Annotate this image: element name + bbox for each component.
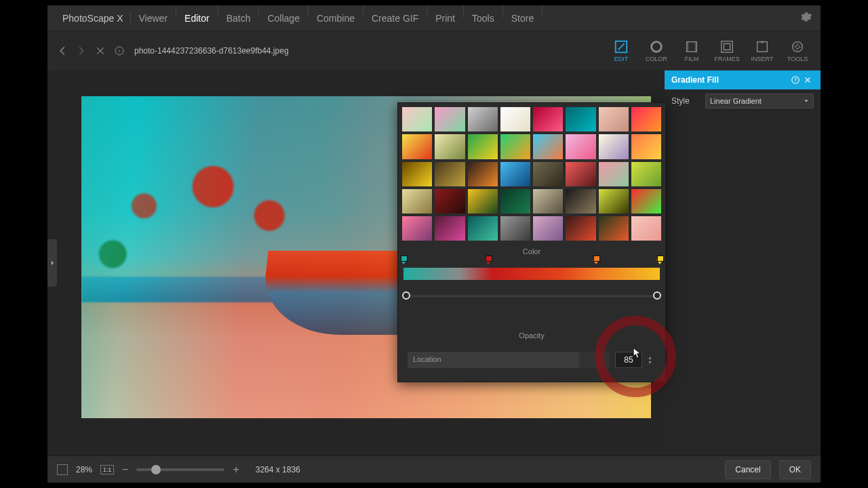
gradient-preset[interactable] [533,189,563,214]
tool-color[interactable]: COLOR [640,39,673,62]
back-button[interactable] [54,43,71,59]
gradient-preset[interactable] [566,134,595,159]
status-bar: 28% 1:1 − + 3264 x 1836 Cancel OK [47,455,821,483]
zoom-slider[interactable] [136,468,224,471]
zoom-knob[interactable] [151,465,161,474]
gradient-preset[interactable] [631,134,661,159]
gradient-preset[interactable] [599,107,629,131]
info-button[interactable]: i [111,43,127,59]
tab-store[interactable]: Store [503,5,542,31]
gradient-preset[interactable] [468,162,498,186]
zoom-in-button[interactable]: + [233,464,239,476]
gradient-preset[interactable] [435,216,465,241]
angle-handle-end[interactable] [653,291,661,300]
gradient-preset[interactable] [533,162,563,186]
tool-edit[interactable]: EDIT [605,39,637,62]
gradient-preset[interactable] [468,189,498,214]
gradient-preset[interactable] [566,189,595,214]
location-stepper[interactable]: ▲▼ [648,355,656,365]
gradient-stop[interactable] [656,260,663,268]
tab-collage[interactable]: Collage [259,5,307,31]
cancel-button[interactable]: Cancel [725,460,770,479]
settings-button[interactable] [799,10,812,26]
tool-toolstab[interactable]: TOOLS [781,39,814,62]
sidebar-toggle[interactable] [47,239,57,287]
location-row: Location 85 ▲▼ [402,352,661,368]
gradient-preset[interactable] [533,107,563,131]
gradient-preset[interactable] [599,134,629,159]
gradient-preset[interactable] [500,107,530,131]
svg-rect-7 [722,41,733,53]
style-select[interactable]: Linear Gradient [705,94,814,108]
tab-print[interactable]: Print [427,5,463,31]
top-nav: PhotoScape X ViewerEditorBatchCollageCom… [47,5,821,31]
gradient-preset[interactable] [435,189,465,214]
tab-tools[interactable]: Tools [464,5,502,31]
tab-editor[interactable]: Editor [176,5,218,31]
opacity-section-label: Opacity [402,331,661,340]
gradient-preset[interactable] [435,134,465,159]
gradient-preset[interactable] [566,107,595,131]
gradient-preset[interactable] [435,162,465,186]
zoom-100-button[interactable]: 1:1 [100,465,114,474]
forward-button[interactable] [73,43,90,59]
angle-handle-start[interactable] [402,291,410,300]
tool-insert[interactable]: INSERT [746,39,778,62]
tool-film[interactable]: FILM [675,39,708,62]
gradient-preset[interactable] [599,162,629,186]
panel-close-button[interactable] [802,74,814,86]
tab-combine[interactable]: Combine [309,5,363,31]
location-slider[interactable]: Location [408,352,610,368]
location-value-field[interactable]: 85 [615,352,642,368]
location-label: Location [413,355,441,363]
gradient-preset[interactable] [599,216,629,241]
gradient-preset[interactable] [402,189,432,214]
gradient-preset[interactable] [631,189,661,214]
gradient-preset[interactable] [402,107,432,131]
info-icon: i [114,45,125,56]
tab-batch[interactable]: Batch [218,5,259,31]
gradient-preset[interactable] [631,107,661,131]
tool-frames[interactable]: FRAMES [711,39,743,62]
angle-bar[interactable] [406,295,657,298]
gradient-preset[interactable] [402,162,432,186]
gradient-preset[interactable] [500,216,530,241]
gradient-preset[interactable] [500,189,530,214]
ok-button[interactable]: OK [779,460,811,479]
tab-viewer[interactable]: Viewer [131,5,176,31]
gradient-preset[interactable] [533,216,563,241]
compare-toggle[interactable] [57,464,68,475]
panel-help-button[interactable]: ? [789,74,802,86]
color-icon [649,39,664,54]
gradient-preset[interactable] [631,216,661,241]
gradient-stop[interactable] [593,260,599,268]
gradient-preset[interactable] [566,162,595,186]
gradient-preset[interactable] [468,216,498,241]
gradient-preset[interactable] [468,107,498,131]
toolbar: i photo-1444237236636-d7613ee9fb44.jpeg … [47,31,821,70]
frames-icon [719,39,734,54]
gradient-stop[interactable] [485,260,492,268]
gradient-bar[interactable] [403,268,660,280]
file-name: photo-1444237236636-d7613ee9fb44.jpeg [134,46,289,56]
main-area: Gradient Fill ? Style Linear Gradient Co… [47,70,821,455]
tab-create-gif[interactable]: Create GIF [363,5,427,31]
help-icon: ? [791,75,800,85]
gradient-preset[interactable] [402,134,432,159]
gradient-preset[interactable] [566,216,595,241]
gradient-preset[interactable] [468,134,498,159]
gradient-preset[interactable] [402,216,432,241]
gradient-preset[interactable] [435,107,465,131]
close-file-button[interactable] [92,43,108,59]
arrow-right-icon [75,45,87,57]
gradient-preset[interactable] [599,189,629,214]
zoom-out-button[interactable]: − [122,464,128,476]
gradient-preset[interactable] [500,162,530,186]
arrow-left-icon [56,45,68,57]
svg-rect-9 [757,42,768,52]
gradient-preset[interactable] [533,134,563,159]
close-icon [804,76,812,84]
gradient-preset[interactable] [500,134,530,159]
gradient-stop[interactable] [400,260,407,268]
gradient-preset[interactable] [631,162,661,186]
